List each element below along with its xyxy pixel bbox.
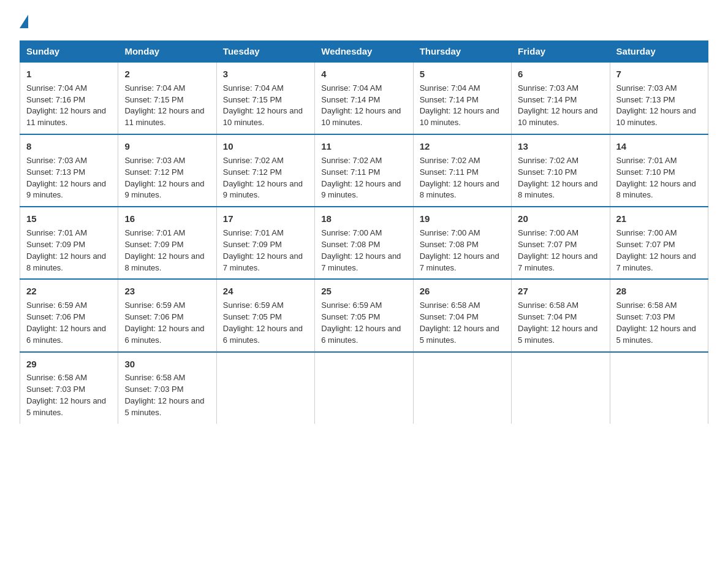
calendar-cell: 4Sunrise: 7:04 AMSunset: 7:14 PMDaylight… [315, 62, 413, 134]
calendar-cell: 3Sunrise: 7:04 AMSunset: 7:15 PMDaylight… [216, 62, 314, 134]
logo [20, 15, 29, 29]
sunrise-text: Sunrise: 7:00 AM [616, 228, 677, 237]
sunset-text: Sunset: 7:09 PM [26, 240, 85, 249]
sunrise-text: Sunrise: 7:03 AM [518, 83, 578, 93]
sunset-text: Sunset: 7:05 PM [223, 312, 282, 321]
calendar-cell: 10Sunrise: 7:02 AMSunset: 7:12 PMDayligh… [216, 134, 314, 207]
calendar-cell: 26Sunrise: 6:58 AMSunset: 7:04 PMDayligh… [413, 279, 511, 351]
day-number: 24 [223, 285, 308, 298]
day-number: 30 [124, 358, 210, 371]
daylight-text: Daylight: 12 hours and 8 minutes. [616, 179, 696, 200]
calendar-cell: 8Sunrise: 7:03 AMSunset: 7:13 PMDaylight… [20, 134, 118, 207]
calendar-cell: 13Sunrise: 7:02 AMSunset: 7:10 PMDayligh… [512, 134, 610, 207]
calendar-cell [216, 352, 314, 424]
calendar-cell: 30Sunrise: 6:58 AMSunset: 7:03 PMDayligh… [118, 352, 216, 424]
daylight-text: Daylight: 12 hours and 10 minutes. [616, 106, 696, 127]
week-row-3: 15Sunrise: 7:01 AMSunset: 7:09 PMDayligh… [20, 207, 708, 279]
sunrise-text: Sunrise: 7:04 AM [321, 83, 382, 93]
daylight-text: Daylight: 12 hours and 6 minutes. [124, 324, 204, 345]
header-monday: Monday [118, 41, 216, 63]
day-number: 2 [124, 67, 210, 81]
sunset-text: Sunset: 7:09 PM [223, 240, 282, 249]
day-number: 3 [223, 67, 308, 81]
calendar-cell: 20Sunrise: 7:00 AMSunset: 7:07 PMDayligh… [512, 207, 610, 279]
calendar-cell [413, 352, 511, 424]
header-thursday: Thursday [413, 41, 511, 63]
calendar-cell: 27Sunrise: 6:58 AMSunset: 7:04 PMDayligh… [512, 279, 610, 351]
sunrise-text: Sunrise: 7:02 AM [420, 156, 480, 165]
calendar-cell: 2Sunrise: 7:04 AMSunset: 7:15 PMDaylight… [118, 62, 216, 134]
week-row-2: 8Sunrise: 7:03 AMSunset: 7:13 PMDaylight… [20, 134, 708, 207]
calendar-cell: 6Sunrise: 7:03 AMSunset: 7:14 PMDaylight… [512, 62, 610, 134]
sunset-text: Sunset: 7:03 PM [616, 312, 675, 321]
sunrise-text: Sunrise: 7:01 AM [616, 156, 677, 165]
page-header [20, 15, 708, 29]
week-row-5: 29Sunrise: 6:58 AMSunset: 7:03 PMDayligh… [20, 352, 708, 424]
calendar-cell: 11Sunrise: 7:02 AMSunset: 7:11 PMDayligh… [315, 134, 413, 207]
day-number: 20 [518, 212, 603, 226]
sunset-text: Sunset: 7:07 PM [616, 240, 675, 249]
calendar-cell: 23Sunrise: 6:59 AMSunset: 7:06 PMDayligh… [118, 279, 216, 351]
sunset-text: Sunset: 7:04 PM [518, 312, 577, 321]
header-wednesday: Wednesday [315, 41, 413, 63]
sunrise-text: Sunrise: 7:01 AM [223, 228, 284, 237]
daylight-text: Daylight: 12 hours and 7 minutes. [616, 251, 696, 272]
daylight-text: Daylight: 12 hours and 5 minutes. [518, 324, 597, 345]
day-number: 26 [420, 285, 505, 298]
sunrise-text: Sunrise: 7:03 AM [124, 156, 185, 165]
sunset-text: Sunset: 7:08 PM [420, 240, 479, 249]
sunset-text: Sunset: 7:04 PM [420, 312, 479, 321]
calendar-cell: 1Sunrise: 7:04 AMSunset: 7:16 PMDaylight… [20, 62, 118, 134]
sunset-text: Sunset: 7:13 PM [26, 167, 85, 177]
week-row-1: 1Sunrise: 7:04 AMSunset: 7:16 PMDaylight… [20, 62, 708, 134]
sunrise-text: Sunrise: 7:02 AM [321, 156, 382, 165]
sunrise-text: Sunrise: 6:58 AM [26, 373, 87, 382]
daylight-text: Daylight: 12 hours and 9 minutes. [223, 179, 303, 200]
day-number: 28 [616, 285, 702, 298]
day-number: 13 [518, 140, 603, 153]
sunrise-text: Sunrise: 7:00 AM [518, 228, 578, 237]
day-number: 6 [518, 67, 603, 81]
sunset-text: Sunset: 7:14 PM [420, 95, 479, 104]
day-number: 19 [420, 212, 505, 226]
daylight-text: Daylight: 12 hours and 11 minutes. [124, 106, 204, 127]
day-number: 8 [26, 140, 112, 153]
day-number: 29 [26, 358, 112, 371]
day-number: 17 [223, 212, 308, 226]
calendar-cell: 18Sunrise: 7:00 AMSunset: 7:08 PMDayligh… [315, 207, 413, 279]
calendar-cell: 24Sunrise: 6:59 AMSunset: 7:05 PMDayligh… [216, 279, 314, 351]
calendar-cell: 9Sunrise: 7:03 AMSunset: 7:12 PMDaylight… [118, 134, 216, 207]
calendar-cell: 12Sunrise: 7:02 AMSunset: 7:11 PMDayligh… [413, 134, 511, 207]
sunset-text: Sunset: 7:10 PM [616, 167, 675, 177]
sunset-text: Sunset: 7:15 PM [124, 95, 183, 104]
sunrise-text: Sunrise: 6:58 AM [616, 301, 677, 310]
sunrise-text: Sunrise: 7:01 AM [124, 228, 185, 237]
day-number: 15 [26, 212, 112, 226]
sunset-text: Sunset: 7:16 PM [26, 95, 85, 104]
sunset-text: Sunset: 7:14 PM [518, 95, 577, 104]
sunrise-text: Sunrise: 6:59 AM [321, 301, 382, 310]
day-number: 4 [321, 67, 406, 81]
sunset-text: Sunset: 7:12 PM [223, 167, 282, 177]
daylight-text: Daylight: 12 hours and 8 minutes. [26, 251, 106, 272]
daylight-text: Daylight: 12 hours and 5 minutes. [616, 324, 696, 345]
calendar-cell: 25Sunrise: 6:59 AMSunset: 7:05 PMDayligh… [315, 279, 413, 351]
calendar-cell: 19Sunrise: 7:00 AMSunset: 7:08 PMDayligh… [413, 207, 511, 279]
sunset-text: Sunset: 7:15 PM [223, 95, 282, 104]
daylight-text: Daylight: 12 hours and 10 minutes. [518, 106, 597, 127]
calendar-cell: 15Sunrise: 7:01 AMSunset: 7:09 PMDayligh… [20, 207, 118, 279]
sunrise-text: Sunrise: 7:00 AM [321, 228, 382, 237]
day-number: 7 [616, 67, 702, 81]
header-sunday: Sunday [20, 41, 118, 63]
logo-triangle-icon [20, 15, 28, 28]
day-number: 25 [321, 285, 406, 298]
sunset-text: Sunset: 7:05 PM [321, 312, 380, 321]
sunset-text: Sunset: 7:09 PM [124, 240, 183, 249]
sunset-text: Sunset: 7:08 PM [321, 240, 380, 249]
daylight-text: Daylight: 12 hours and 10 minutes. [223, 106, 303, 127]
day-number: 1 [26, 67, 112, 81]
daylight-text: Daylight: 12 hours and 8 minutes. [420, 179, 499, 200]
daylight-text: Daylight: 12 hours and 9 minutes. [124, 179, 204, 200]
daylight-text: Daylight: 12 hours and 7 minutes. [321, 251, 401, 272]
calendar-cell: 14Sunrise: 7:01 AMSunset: 7:10 PMDayligh… [610, 134, 708, 207]
